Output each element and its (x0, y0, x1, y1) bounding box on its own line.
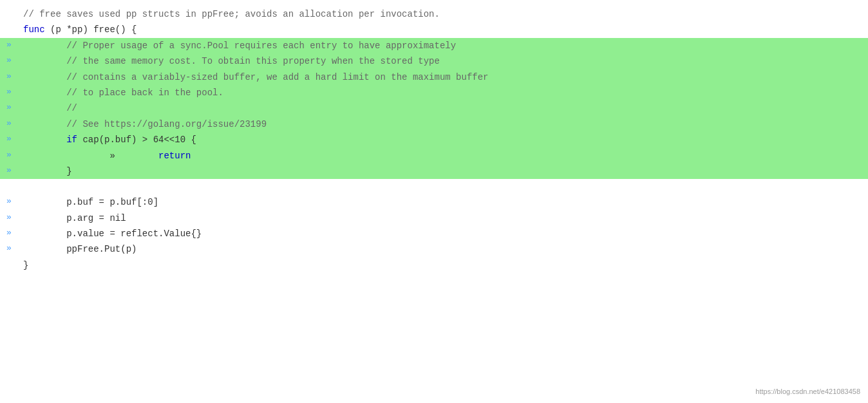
code-line: » // contains a variably-sized buffer, w… (0, 70, 868, 85)
code-line: » if cap(p.buf) > 64<<10 { (0, 132, 868, 147)
code-line: func (p *pp) free() { (0, 22, 868, 37)
code-text: // the same memory cost. To obtain this … (18, 54, 868, 68)
code-line: » » return (0, 148, 868, 164)
code-line: » } (0, 164, 868, 179)
gutter-marker: » (0, 101, 18, 115)
code-text: } (18, 164, 868, 178)
code-line: » p.value = reflect.Value{} (0, 226, 868, 241)
code-line: » // See https://golang.org/issue/23199 (0, 117, 868, 132)
code-line: } (0, 258, 868, 273)
code-line (0, 179, 868, 194)
code-line: » p.buf = p.buf[:0] (0, 194, 868, 210)
code-line: » // Proper usage of a sync.Pool require… (0, 38, 868, 53)
gutter-marker: » (0, 70, 18, 84)
gutter-marker: » (0, 86, 18, 99)
code-text: // to place back in the pool. (18, 86, 868, 100)
code-text: if cap(p.buf) > 64<<10 { (18, 133, 868, 147)
code-text: // See https://golang.org/issue/23199 (18, 117, 868, 131)
gutter-marker: » (0, 117, 18, 131)
watermark: https://blog.csdn.net/e421083458 (755, 386, 860, 398)
code-text: // (18, 101, 868, 115)
code-text: p.buf = p.buf[:0] (18, 195, 868, 209)
code-text: p.arg = nil (18, 211, 868, 225)
code-text: » return (18, 149, 868, 163)
code-text: func (p *pp) free() { (18, 23, 868, 37)
gutter-marker: » (0, 211, 18, 225)
code-text: // contains a variably-sized buffer, we … (18, 70, 868, 84)
code-lines: // free saves used pp structs in ppFree;… (0, 6, 868, 273)
code-text: // free saves used pp structs in ppFree;… (18, 7, 868, 21)
gutter-marker: » (0, 195, 18, 209)
gutter-marker: » (0, 54, 18, 68)
code-text: // Proper usage of a sync.Pool requires … (18, 39, 868, 53)
code-container: // free saves used pp structs in ppFree;… (0, 0, 868, 403)
code-line: // free saves used pp structs in ppFree;… (0, 6, 868, 22)
code-line: » // the same memory cost. To obtain thi… (0, 53, 868, 69)
gutter-marker: » (0, 39, 18, 52)
code-text: ppFree.Put(p) (18, 242, 868, 256)
gutter-marker: » (0, 133, 18, 146)
code-line: » ppFree.Put(p) (0, 241, 868, 257)
code-text: p.value = reflect.Value{} (18, 227, 868, 241)
gutter-marker: » (0, 164, 18, 178)
code-line: » // (0, 100, 868, 116)
code-line: » // to place back in the pool. (0, 85, 868, 100)
gutter-marker: » (0, 242, 18, 256)
code-text: } (18, 258, 868, 272)
gutter-marker: » (0, 149, 18, 162)
gutter-marker: » (0, 227, 18, 240)
code-line: » p.arg = nil (0, 211, 868, 226)
